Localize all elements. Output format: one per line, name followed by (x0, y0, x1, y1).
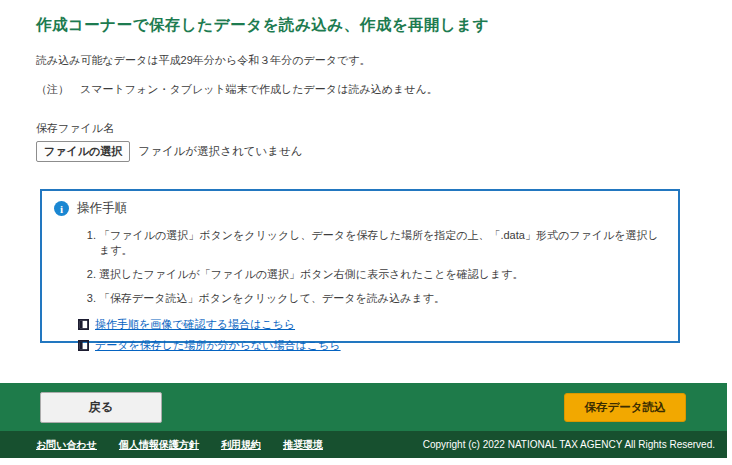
main-content: 作成コーナーで保存したデータを読み込み、作成を再開します 読み込み可能なデータは… (0, 0, 727, 343)
footer-link-terms[interactable]: 利用規約 (221, 438, 261, 452)
file-input: ファイルの選択 ファイルが選択されていません (36, 141, 691, 162)
instructions-links: 操作手順を画像で確認する場合はこちら データを保存した場所が分からない場合はこち… (78, 317, 664, 353)
file-select-button[interactable]: ファイルの選択 (36, 141, 130, 162)
footer-links: お問い合わせ 個人情報保護方針 利用規約 推奨環境 (36, 438, 323, 452)
instructions-title: 操作手順 (77, 200, 127, 217)
instruction-step: 「保存データ読込」ボタンをクリックして、データを読み込みます。 (99, 291, 664, 306)
link-row: 操作手順を画像で確認する場合はこちら (78, 317, 664, 332)
link-row: データを保存した場所が分からない場合はこちら (78, 338, 664, 353)
popup-window-icon (78, 319, 89, 330)
description-text: 読み込み可能なデータは平成29年分から令和３年分のデータです。 (36, 53, 691, 68)
page-title: 作成コーナーで保存したデータを読み込み、作成を再開します (36, 14, 691, 36)
note-text: （注） スマートフォン・タブレット端末で作成したデータは読み込めません。 (36, 82, 691, 97)
instruction-step: 「ファイルの選択」ボタンをクリックし、データを保存した場所を指定の上、「.dat… (99, 228, 664, 258)
instructions-header: i 操作手順 (54, 200, 664, 217)
popup-window-icon (78, 340, 89, 351)
file-status-text: ファイルが選択されていません (138, 144, 302, 159)
footer-link-contact[interactable]: お問い合わせ (36, 438, 97, 452)
instruction-step: 選択したファイルが「ファイルの選択」ボタン右側に表示されたことを確認します。 (99, 267, 664, 282)
action-bar: 戻る 保存データ読込 (0, 383, 727, 431)
footer-link-recommended-env[interactable]: 推奨環境 (283, 438, 323, 452)
help-link-find-saved-location[interactable]: データを保存した場所が分からない場合はこちら (95, 338, 341, 353)
copyright-text: Copyright (c) 2022 NATIONAL TAX AGENCY A… (423, 439, 715, 450)
load-saved-data-button[interactable]: 保存データ読込 (564, 393, 686, 422)
page: 作成コーナーで保存したデータを読み込み、作成を再開します 読み込み可能なデータは… (0, 0, 727, 465)
info-icon: i (54, 201, 69, 216)
back-button[interactable]: 戻る (40, 392, 162, 423)
help-link-procedure-images[interactable]: 操作手順を画像で確認する場合はこちら (95, 317, 295, 332)
footer-link-privacy-policy[interactable]: 個人情報保護方針 (119, 438, 199, 452)
footer: お問い合わせ 個人情報保護方針 利用規約 推奨環境 Copyright (c) … (0, 431, 727, 458)
instructions-box: i 操作手順 「ファイルの選択」ボタンをクリックし、データを保存した場所を指定の… (40, 189, 680, 343)
instructions-steps: 「ファイルの選択」ボタンをクリックし、データを保存した場所を指定の上、「.dat… (54, 228, 664, 306)
file-name-label: 保存ファイル名 (36, 121, 691, 136)
